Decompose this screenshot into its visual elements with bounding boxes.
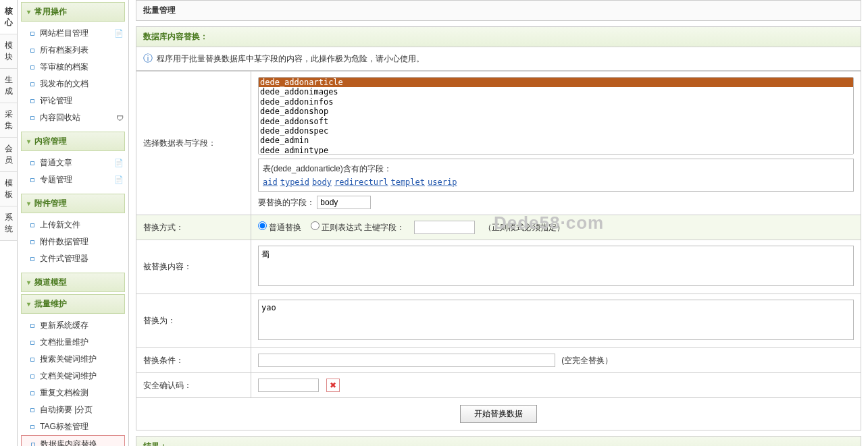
sidebar-item-label: 文档关键词维护: [40, 370, 97, 382]
table-select[interactable]: dede_addonarticledede_addonimagesdede_ad…: [258, 77, 854, 155]
info-text: 程序用于批量替换数据库中某字段的内容，此操作极为危险，请小心使用。: [157, 53, 424, 65]
sidebar-header-label: 常用操作: [34, 6, 67, 18]
page-title: 批量管理: [136, 0, 861, 21]
sidebar-item-label: 我发布的文档: [40, 78, 88, 90]
chevron-down-icon: ▾: [27, 300, 30, 308]
tab-module[interactable]: 模块: [0, 34, 17, 69]
sidebar-item[interactable]: 文档批量维护: [21, 334, 125, 351]
bullet-icon: [30, 341, 34, 345]
sidebar-item[interactable]: 网站栏目管理📄: [21, 25, 125, 42]
section-title: 数据库内容替换：: [136, 26, 861, 47]
sidebar-item[interactable]: 普通文章📄: [21, 155, 125, 171]
sidebar-header-content[interactable]: ▾内容管理: [21, 132, 125, 151]
sidebar-item[interactable]: TAG标签管理: [21, 418, 125, 435]
bullet-icon: [30, 240, 34, 244]
replace-field-input[interactable]: [317, 196, 371, 209]
sidebar-item[interactable]: 文件式管理器: [21, 250, 125, 267]
sidebar-item[interactable]: 自动摘要 |分页: [21, 401, 125, 418]
chevron-down-icon: ▾: [27, 200, 30, 207]
sidebar-header-common[interactable]: ▾常用操作: [21, 2, 125, 22]
field-link[interactable]: userip: [428, 177, 457, 187]
field-link[interactable]: aid: [263, 177, 278, 187]
tab-template[interactable]: 模板: [0, 172, 17, 206]
replaced-textarea[interactable]: 蜀: [258, 246, 854, 286]
sidebar-item[interactable]: 数据库内容替换: [21, 435, 125, 446]
radio-regex[interactable]: 正则表达式 主键字段：: [311, 223, 405, 232]
bullet-icon: [30, 358, 34, 362]
sidebar-item-label: 更新系统缓存: [40, 320, 88, 331]
table-fields-label: 表(dede_addonarticle)含有的字段：: [263, 163, 849, 175]
sidebar-item-label: 上传新文件: [40, 219, 80, 231]
label-mode: 替换方式：: [136, 215, 251, 240]
bullet-icon: [30, 257, 34, 261]
sidebar-item-label: 普通文章: [40, 157, 72, 169]
sidebar-item[interactable]: 重复文档检测: [21, 385, 125, 401]
tab-system[interactable]: 系统: [0, 206, 17, 241]
sidebar-header-batch[interactable]: ▾批量维护: [21, 294, 125, 314]
sidebar-item[interactable]: 内容回收站🛡: [21, 109, 125, 126]
sidebar-item[interactable]: 搜索关键词维护: [21, 351, 125, 368]
regex-key-input[interactable]: [414, 221, 475, 234]
bullet-icon: [30, 99, 34, 103]
sidebar-item-label: 所有档案列表: [40, 45, 88, 56]
tab-generate[interactable]: 生成: [0, 69, 17, 103]
sidebar-header-label: 内容管理: [34, 136, 67, 147]
sidebar-item-label: 内容回收站: [40, 112, 80, 123]
sidebar-item-label: 搜索关键词维护: [40, 354, 97, 365]
regex-note: （正则模式必须指定）: [484, 223, 565, 232]
tab-core[interactable]: 核心: [0, 0, 17, 34]
captcha-image[interactable]: ✖: [326, 379, 340, 392]
sidebar-header-attach[interactable]: ▾附件管理: [21, 194, 125, 213]
tab-collect[interactable]: 采集: [0, 103, 17, 138]
sidebar-item-label: 自动摘要 |分页: [40, 404, 93, 416]
tab-member[interactable]: 会员: [0, 138, 17, 172]
label-replaced: 被替换内容：: [136, 240, 251, 294]
bullet-icon: [30, 408, 34, 412]
label-replace-to: 替换为：: [136, 294, 251, 348]
result-title: 结果：: [136, 436, 861, 446]
sidebar: ▾常用操作 网站栏目管理📄所有档案列表等审核的档案我发布的文档评论管理内容回收站…: [18, 0, 129, 446]
sidebar-item-label: 评论管理: [40, 95, 72, 107]
sidebar-item[interactable]: 附件数据管理: [21, 233, 125, 250]
sidebar-item[interactable]: 文档关键词维护: [21, 368, 125, 385]
bullet-icon: [30, 82, 34, 86]
submit-button[interactable]: 开始替换数据: [460, 405, 537, 423]
sidebar-item[interactable]: 所有档案列表: [21, 42, 125, 59]
sidebar-header-label: 附件管理: [34, 198, 67, 209]
sidebar-item-label: 文件式管理器: [40, 253, 88, 264]
bullet-icon: [30, 425, 34, 429]
bullet-icon: [30, 161, 34, 165]
condition-input[interactable]: [258, 354, 555, 367]
sidebar-item[interactable]: 我发布的文档: [21, 76, 125, 92]
field-links: aidtypeidbodyredirecturltempletuserip: [263, 177, 849, 187]
sidebar-item[interactable]: 评论管理: [21, 92, 125, 109]
item-icon: 📄: [114, 175, 124, 184]
sidebar-header-channel[interactable]: ▾频道模型: [21, 273, 125, 292]
field-link[interactable]: typeid: [280, 177, 309, 187]
item-icon: 📄: [114, 159, 124, 167]
sidebar-item[interactable]: 上传新文件: [21, 217, 125, 233]
field-link[interactable]: body: [312, 177, 332, 187]
sidebar-item[interactable]: 专题管理📄: [21, 171, 125, 188]
field-link[interactable]: redirecturl: [334, 177, 388, 187]
bullet-icon: [30, 65, 34, 69]
chevron-down-icon: ▾: [27, 138, 30, 145]
sidebar-item-label: 附件数据管理: [40, 236, 88, 248]
radio-normal[interactable]: 普通替换: [258, 223, 301, 232]
bullet-icon: [30, 223, 34, 227]
label-captcha: 安全确认码：: [136, 373, 251, 398]
sidebar-item[interactable]: 更新系统缓存: [21, 317, 125, 334]
sidebar-item-label: TAG标签管理: [40, 421, 88, 433]
bullet-icon: [30, 32, 34, 36]
vertical-tabs: 核心 模块 生成 采集 会员 模板 系统: [0, 0, 18, 446]
label-replace-field: 要替换的字段：: [258, 198, 315, 207]
sidebar-item[interactable]: 等审核的档案: [21, 59, 125, 76]
replace-to-textarea[interactable]: yao: [258, 300, 854, 340]
bullet-icon: [30, 391, 34, 395]
condition-note: (空完全替换）: [561, 356, 613, 365]
item-icon: 📄: [114, 29, 124, 38]
field-link[interactable]: templet: [390, 177, 425, 187]
bullet-icon: [30, 178, 34, 182]
bullet-icon: [30, 49, 34, 53]
captcha-input[interactable]: [258, 379, 319, 392]
